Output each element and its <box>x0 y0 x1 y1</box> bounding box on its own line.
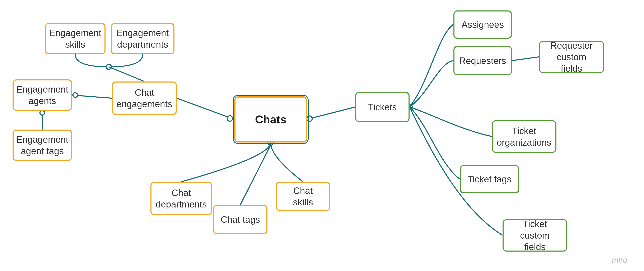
svg-point-9 <box>307 116 312 122</box>
node-engagement-agent-tags: Engagement agent tags <box>12 130 72 161</box>
svg-point-3 <box>73 93 78 97</box>
node-engagement-skills: Engagement skills <box>45 23 106 54</box>
node-chat-departments: Chat departments <box>150 182 212 215</box>
svg-line-1 <box>109 67 144 82</box>
svg-line-13 <box>512 57 539 60</box>
diagram-container: Engagement skills Engagement departments… <box>0 0 644 271</box>
svg-line-2 <box>72 95 112 98</box>
node-engagement-agents: Engagement agents <box>12 80 72 111</box>
node-chat-skills: Chat skills <box>276 182 330 211</box>
svg-line-11 <box>240 145 270 205</box>
node-chat-tags: Chat tags <box>213 205 268 234</box>
node-ticket-tags: Ticket tags <box>460 165 519 193</box>
svg-line-6 <box>177 98 234 119</box>
node-chat-engagements: Chat engagements <box>112 82 177 115</box>
svg-point-0 <box>106 64 111 69</box>
svg-point-5 <box>40 110 44 115</box>
svg-line-8 <box>307 107 355 119</box>
node-engagement-departments: Engagement departments <box>111 23 174 54</box>
node-chats: Chats <box>234 96 307 142</box>
node-ticket-organizations: Ticket organizations <box>492 120 556 153</box>
svg-point-7 <box>227 116 232 121</box>
node-ticket-custom-fields: Ticket custom fields <box>502 219 567 252</box>
node-assignees: Assignees <box>454 10 512 39</box>
watermark: miro <box>612 256 627 265</box>
node-requester-custom-fields: Requester custom fields <box>539 41 604 73</box>
node-requesters: Requesters <box>454 46 512 75</box>
node-tickets: Tickets <box>355 92 410 122</box>
